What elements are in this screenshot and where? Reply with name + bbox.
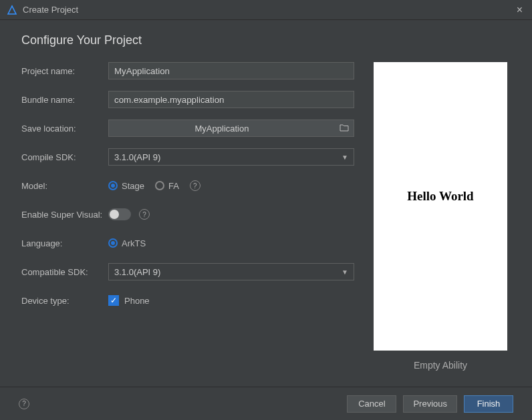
label-enable-super-visual: Enable Super Visual: bbox=[21, 210, 108, 220]
language-arkts-label: ArkTS bbox=[122, 238, 146, 248]
folder-icon[interactable] bbox=[335, 124, 354, 134]
label-compile-sdk: Compile SDK: bbox=[21, 152, 108, 162]
help-icon[interactable]: ? bbox=[19, 399, 29, 409]
help-icon[interactable]: ? bbox=[190, 180, 201, 191]
language-arkts-radio[interactable]: ArkTS bbox=[108, 238, 146, 248]
radio-icon bbox=[108, 238, 118, 248]
compile-sdk-value: 3.1.0(API 9) bbox=[114, 152, 342, 162]
model-stage-label: Stage bbox=[122, 181, 144, 191]
compatible-sdk-value: 3.1.0(API 9) bbox=[114, 267, 342, 277]
compile-sdk-select[interactable]: 3.1.0(API 9) ▼ bbox=[108, 148, 354, 166]
help-icon[interactable]: ? bbox=[139, 209, 150, 220]
enable-super-visual-toggle[interactable] bbox=[108, 208, 131, 220]
cancel-button[interactable]: Cancel bbox=[347, 395, 396, 413]
label-project-name: Project name: bbox=[21, 66, 108, 76]
finish-button[interactable]: Finish bbox=[464, 395, 513, 413]
template-preview: Hello World bbox=[374, 62, 507, 351]
page-title: Configure Your Project bbox=[21, 33, 511, 47]
form: Project name: Bundle name: Save location… bbox=[21, 62, 354, 371]
titlebar: Create Project × bbox=[0, 0, 532, 20]
project-name-input[interactable] bbox=[108, 62, 354, 79]
save-location-field[interactable]: MyApplication bbox=[108, 120, 354, 137]
chevron-down-icon: ▼ bbox=[342, 268, 348, 276]
device-phone-checkbox[interactable]: ✓ bbox=[108, 295, 119, 306]
label-save-location: Save location: bbox=[21, 124, 108, 134]
preview-caption: Empty Ability bbox=[414, 360, 467, 371]
compatible-sdk-select[interactable]: 3.1.0(API 9) ▼ bbox=[108, 263, 354, 280]
model-fa-label: FA bbox=[168, 181, 179, 191]
label-model: Model: bbox=[21, 181, 108, 191]
model-stage-radio[interactable]: Stage bbox=[108, 181, 144, 191]
bundle-name-input[interactable] bbox=[108, 91, 354, 108]
footer: ? Cancel Previous Finish bbox=[0, 387, 532, 420]
previous-button[interactable]: Previous bbox=[403, 395, 457, 413]
preview-column: Hello World Empty Ability bbox=[370, 62, 511, 371]
close-icon[interactable]: × bbox=[514, 4, 525, 16]
preview-text: Hello World bbox=[407, 189, 473, 204]
label-compatible-sdk: Compatible SDK: bbox=[21, 267, 108, 277]
label-bundle-name: Bundle name: bbox=[21, 95, 108, 105]
toggle-knob bbox=[110, 210, 119, 219]
chevron-down-icon: ▼ bbox=[342, 154, 348, 161]
label-language: Language: bbox=[21, 238, 108, 248]
save-location-value: MyApplication bbox=[109, 124, 335, 134]
window-title: Create Project bbox=[23, 5, 514, 15]
radio-icon bbox=[108, 181, 118, 190]
device-phone-label: Phone bbox=[124, 296, 150, 306]
label-device-type: Device type: bbox=[21, 296, 108, 306]
app-logo-icon bbox=[7, 5, 17, 15]
model-fa-radio[interactable]: FA bbox=[155, 181, 179, 191]
radio-icon bbox=[155, 181, 164, 190]
